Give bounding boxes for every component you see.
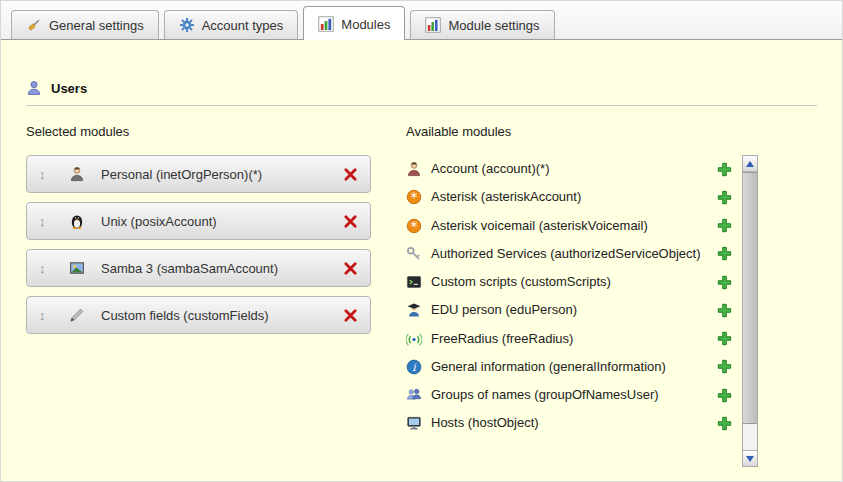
selected-module-row[interactable]: ↕ Custom fields (customFields) — [26, 296, 371, 334]
samba-icon — [69, 260, 85, 276]
section-title: Users — [51, 81, 87, 96]
module-label: Custom scripts (customScripts) — [431, 274, 717, 290]
drag-handle-icon[interactable]: ↕ — [39, 214, 69, 229]
scroll-up-arrow-icon — [746, 161, 754, 167]
add-module-button[interactable] — [717, 190, 732, 205]
add-module-button[interactable] — [717, 218, 732, 233]
scroll-down-button[interactable] — [743, 450, 757, 466]
module-label: Account (account)(*) — [431, 161, 717, 177]
remove-module-button[interactable] — [343, 214, 358, 229]
selected-modules-column: Selected modules ↕ Personal (inetOrgPers… — [26, 124, 371, 467]
add-module-button[interactable] — [717, 303, 732, 318]
section-header: Users — [26, 80, 817, 96]
account-icon — [406, 161, 422, 177]
personal-icon — [69, 166, 85, 182]
divider — [26, 105, 817, 106]
tab-modules[interactable]: Modules — [303, 6, 405, 40]
available-module-row: Custom scripts (customScripts) — [406, 268, 738, 296]
add-module-button[interactable] — [717, 275, 732, 290]
selected-modules-heading: Selected modules — [26, 124, 371, 139]
svg-text:*: * — [411, 218, 418, 234]
add-module-button[interactable] — [717, 359, 732, 374]
add-module-button[interactable] — [717, 331, 732, 346]
scroll-up-button[interactable] — [743, 156, 757, 172]
available-modules-heading: Available modules — [406, 124, 758, 139]
add-module-button[interactable] — [717, 416, 732, 431]
tab-label: Modules — [341, 17, 390, 32]
module-label: FreeRadius (freeRadius) — [431, 331, 717, 347]
tab-account-types[interactable]: Account types — [164, 10, 299, 39]
available-module-row: Account (account)(*) — [406, 155, 738, 183]
selected-module-row[interactable]: ↕ Personal (inetOrgPerson)(*) — [26, 155, 371, 193]
available-module-row: EDU person (eduPerson) — [406, 296, 738, 324]
tab-module-settings[interactable]: Module settings — [410, 10, 554, 39]
user-icon — [26, 80, 42, 96]
module-label: Hosts (hostObject) — [431, 415, 717, 431]
module-label: Asterisk (asteriskAccount) — [431, 189, 717, 205]
remove-module-button[interactable] — [343, 308, 358, 323]
scrollbar-thumb[interactable] — [743, 172, 757, 424]
lam-configuration-page: General settings Account types Modules M… — [0, 0, 843, 482]
available-modules-wrap: Account (account)(*) * Asterisk (asteris… — [406, 155, 758, 467]
host-icon — [406, 415, 422, 431]
asterisk-icon: * — [406, 218, 422, 234]
available-module-row: Authorized Services (authorizedServiceOb… — [406, 240, 738, 268]
tab-label: General settings — [49, 18, 144, 33]
module-label: Authorized Services (authorizedServiceOb… — [431, 246, 717, 262]
tools-icon — [26, 17, 42, 33]
tab-general-settings[interactable]: General settings — [11, 10, 159, 39]
tab-label: Module settings — [448, 18, 539, 33]
available-module-row: Hosts (hostObject) — [406, 409, 738, 437]
available-module-row: * Asterisk voicemail (asteriskVoicemail) — [406, 212, 738, 240]
pencil-icon — [69, 307, 85, 323]
scroll-down-arrow-icon — [746, 456, 754, 462]
add-module-button[interactable] — [717, 246, 732, 261]
group-icon — [406, 387, 422, 403]
info-icon: i — [406, 359, 422, 375]
scrollbar-track[interactable] — [743, 424, 757, 450]
available-modules-list: Account (account)(*) * Asterisk (asteris… — [406, 155, 738, 467]
selected-modules-list: ↕ Personal (inetOrgPerson)(*) ↕ Unix (po… — [26, 155, 371, 334]
chart-icon — [318, 16, 334, 32]
module-label: Custom fields (customFields) — [101, 308, 343, 323]
module-label: Personal (inetOrgPerson)(*) — [101, 167, 343, 182]
chart-settings-icon — [425, 17, 441, 33]
penguin-icon — [69, 213, 85, 229]
module-label: Unix (posixAccount) — [101, 214, 343, 229]
drag-handle-icon[interactable]: ↕ — [39, 167, 69, 182]
asterisk-icon: * — [406, 189, 422, 205]
available-module-row: FreeRadius (freeRadius) — [406, 325, 738, 353]
selected-module-row[interactable]: ↕ Samba 3 (sambaSamAccount) — [26, 249, 371, 287]
gear-icon — [179, 17, 195, 33]
services-icon — [406, 246, 422, 262]
add-module-button[interactable] — [717, 388, 732, 403]
remove-module-button[interactable] — [343, 261, 358, 276]
available-module-row: Groups of names (groupOfNamesUser) — [406, 381, 738, 409]
selected-module-row[interactable]: ↕ Unix (posixAccount) — [26, 202, 371, 240]
edu-icon — [406, 302, 422, 318]
module-label: Groups of names (groupOfNamesUser) — [431, 387, 717, 403]
drag-handle-icon[interactable]: ↕ — [39, 261, 69, 276]
scrollbar[interactable] — [742, 155, 758, 467]
tab-bar: General settings Account types Modules M… — [1, 1, 842, 40]
module-label: Asterisk voicemail (asteriskVoicemail) — [431, 218, 717, 234]
available-module-row: i General information (generalInformatio… — [406, 353, 738, 381]
add-module-button[interactable] — [717, 162, 732, 177]
module-columns: Selected modules ↕ Personal (inetOrgPers… — [26, 124, 817, 467]
modules-panel: Users Selected modules ↕ Personal (inetO… — [1, 40, 842, 467]
module-label: EDU person (eduPerson) — [431, 302, 717, 318]
module-label: General information (generalInformation) — [431, 359, 717, 375]
remove-module-button[interactable] — [343, 167, 358, 182]
svg-text:*: * — [411, 190, 418, 206]
available-modules-column: Available modules Account (account)(*) *… — [406, 124, 758, 467]
radius-icon — [406, 331, 422, 347]
module-label: Samba 3 (sambaSamAccount) — [101, 261, 343, 276]
drag-handle-icon[interactable]: ↕ — [39, 308, 69, 323]
available-module-row: * Asterisk (asteriskAccount) — [406, 183, 738, 211]
tab-label: Account types — [202, 18, 284, 33]
script-icon — [406, 274, 422, 290]
